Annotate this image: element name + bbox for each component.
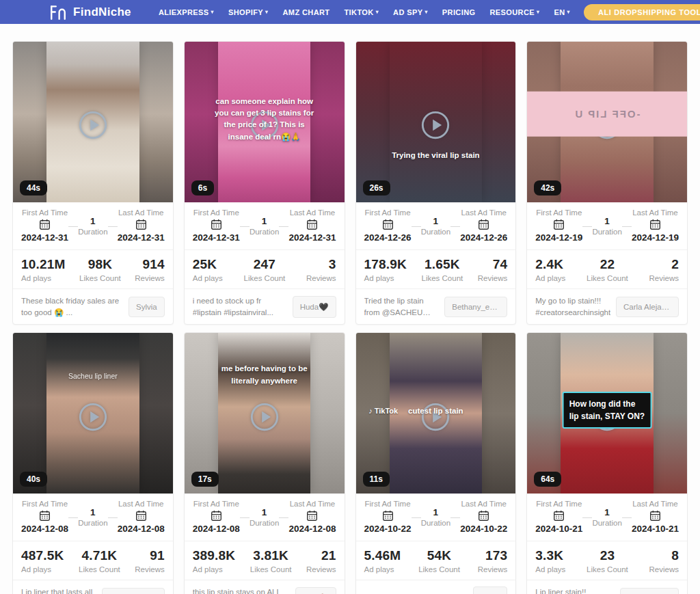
last-ad-time-label: Last Ad Time [461,500,506,508]
stat-reviews: 173 Reviews [478,548,507,573]
connector-line [279,226,288,227]
play-icon[interactable] [420,109,451,141]
author-button[interactable]: diana [473,586,507,594]
author-button[interactable]: Carla Alejandr... [616,297,679,317]
author-button[interactable]: briannametzg... [102,588,165,594]
author-button[interactable]: Sylvia [129,297,165,317]
reviews-value: 2 [671,257,679,272]
ad-plays-value: 2.4K [535,257,563,272]
first-ad-time-label: First Ad Time [193,500,239,508]
stat-likes: 98K Likes Count [79,257,121,282]
ad-plays-value: 389.8K [193,548,235,563]
video-overlay-text: -OFF LIP U [527,92,687,137]
likes-value: 22 [600,257,615,272]
logo-text: FindNiche [73,5,131,19]
stat-ad-plays: 10.21M Ad plays [21,257,66,282]
reviews-value: 914 [142,257,164,272]
reviews-value: 91 [150,548,165,563]
duration-badge: 26s [363,180,390,195]
ad-caption: Lip liner that lasts all day is such a s… [21,586,96,594]
duration-value: 1 [433,507,439,517]
caption-section: i need to stock up fr #lipstain #lipstai… [185,289,345,324]
caption-section: Lip liner stain!! #liplinerstain #liplin… [527,580,687,594]
last-ad-date: 2024-10-21 [632,524,679,534]
top-navbar: FindNiche ALIEXPRESS▾ SHOPIFY▾ AMZ CHART… [0,0,700,24]
ad-plays-value: 178.9K [364,257,407,272]
ad-plays-value: 3.3K [535,548,563,563]
stat-ad-plays: 2.4K Ad plays [535,257,565,282]
ad-card: 44s First Ad Time 2024-12-31 1 Duration [12,41,174,325]
duration-value: 1 [604,507,610,517]
video-thumbnail[interactable]: How long did the lip stain, STAY ON? 64s [527,333,687,494]
stat-likes: 22 Likes Count [587,257,628,282]
connector-line [582,226,592,227]
stat-ad-plays: 25K Ad plays [193,257,223,282]
last-ad-time-label: Last Ad Time [118,208,163,217]
video-thumbnail[interactable]: Sacheu lip liner 40s [13,333,173,494]
duration-label: Duration [250,519,279,527]
video-thumbnail[interactable]: can someone explain how you can get 3 li… [185,42,345,202]
first-ad-date: 2024-10-21 [535,524,582,534]
duration-label: Duration [421,519,450,527]
author-button[interactable]: Bethany_edm... [444,297,507,317]
author-button[interactable]: Huda🖤 [293,296,336,318]
first-ad-time: First Ad Time 2024-10-22 [364,500,412,534]
video-thumbnail[interactable]: 44s [13,42,173,202]
ad-plays-label: Ad plays [364,565,394,573]
calendar-icon [553,219,565,230]
first-ad-date: 2024-10-22 [364,524,412,534]
reviews-value: 3 [329,257,336,272]
stat-ad-plays: 178.9K Ad plays [364,257,407,282]
nav-label: PRICING [442,8,476,16]
likes-value: 3.81K [253,548,288,563]
video-thumbnail[interactable]: Trying the viral lip stain 26s [356,42,516,202]
stat-ad-plays: 389.8K Ad plays [193,548,235,573]
stat-likes: 54K Likes Count [418,548,460,573]
ad-plays-value: 10.21M [21,257,66,272]
ad-caption: #linerliner [364,591,468,594]
caption-section: My go to lip stain!!! #creatorsearchinsi… [527,289,687,324]
duration-value: 1 [262,216,267,226]
play-icon[interactable] [77,401,109,433]
nav-shopify[interactable]: SHOPIFY▾ [228,8,269,16]
calendar-icon [382,510,394,522]
nav-language[interactable]: EN▾ [554,8,570,16]
first-ad-date: 2024-12-31 [21,232,68,243]
calendar-icon [39,219,51,230]
reviews-value: 8 [671,548,679,563]
reviews-label: Reviews [306,565,336,573]
video-thumbnail[interactable]: -OFF LIP U 42s [527,42,687,202]
first-ad-time-label: First Ad Time [193,208,239,217]
play-icon[interactable] [249,401,280,433]
ad-caption: i need to stock up fr #lipstain #lipstai… [193,295,287,318]
ad-card: can someone explain how you can get 3 li… [184,41,345,325]
nav-pricing[interactable]: PRICING [442,8,476,16]
findniche-logo-icon [48,3,68,21]
nav-tiktok[interactable]: TIKTOK▾ [344,8,379,16]
last-ad-time-label: Last Ad Time [632,208,677,217]
author-button[interactable]: italia🧸 [295,587,336,594]
video-thumbnail[interactable]: me before having to be literally anywher… [185,333,345,494]
findniche-logo[interactable]: FindNiche [48,3,131,21]
ad-time-section: First Ad Time 2024-12-31 1 Duration Last… [185,202,345,250]
ali-dropshipping-tool-button[interactable]: ALI DROPSHIPPING TOOL [584,4,700,21]
last-ad-time-label: Last Ad Time [632,500,677,508]
video-thumbnail[interactable]: cutest lip stain ♪ TikTok 11s [356,333,516,494]
stat-reviews: 91 Reviews [135,548,164,573]
nav-amz-chart[interactable]: AMZ CHART [283,8,330,16]
likes-label: Likes Count [79,274,121,282]
caption-section: this lip stain stays on ALL day long, it… [185,580,345,594]
nav-aliexpress[interactable]: ALIEXPRESS▾ [159,8,214,16]
ad-card: Sacheu lip liner 40s First Ad Time [12,332,174,594]
caption-section: Lip liner that lasts all day is such a s… [13,580,173,594]
nav-resource[interactable]: RESOURCE▾ [489,8,539,16]
ad-plays-label: Ad plays [21,565,51,573]
connector-line [412,226,421,227]
likes-label: Likes Count [587,274,628,282]
nav-ad-spy[interactable]: AD SPY▾ [393,8,428,16]
author-button[interactable]: BrandiiiLand [620,588,679,594]
last-ad-date: 2024-12-19 [632,232,679,243]
stat-reviews: 2 Reviews [649,257,679,282]
nav-label: EN [554,8,565,16]
play-icon[interactable] [77,109,109,141]
